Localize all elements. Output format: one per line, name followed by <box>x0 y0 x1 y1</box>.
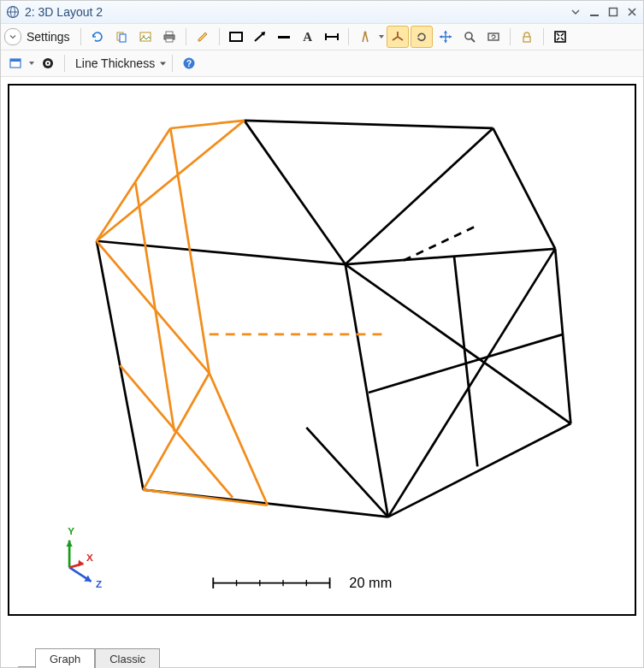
new-window-button[interactable] <box>4 52 27 74</box>
svg-rect-26 <box>555 32 565 42</box>
title-bar: 2: 3D Layout 2 <box>1 1 643 24</box>
refresh-button[interactable] <box>86 26 109 48</box>
svg-line-60 <box>97 121 245 241</box>
paste-image-button[interactable] <box>134 26 157 48</box>
svg-line-37 <box>97 241 346 264</box>
zoom-button[interactable] <box>458 26 481 48</box>
window-dropdown-icon[interactable] <box>28 61 35 66</box>
tab-classic[interactable]: Classic <box>95 648 160 668</box>
fullscreen-button[interactable] <box>549 26 571 48</box>
svg-rect-24 <box>488 33 499 40</box>
svg-rect-14 <box>278 36 290 38</box>
svg-rect-6 <box>120 34 126 42</box>
line-tool-button[interactable] <box>273 26 295 48</box>
svg-line-43 <box>388 423 571 517</box>
axis-triad-icon: Y X Z <box>66 525 102 590</box>
rectangle-tool-button[interactable] <box>225 26 247 48</box>
window-title: 2: 3D Layout 2 <box>25 5 570 19</box>
settings-label[interactable]: Settings <box>27 30 70 44</box>
plot-frame: Y X Z 20 mm <box>8 84 636 616</box>
line-thickness-dropdown-icon[interactable] <box>158 61 167 67</box>
svg-line-57 <box>143 490 267 505</box>
svg-line-35 <box>493 128 555 249</box>
target-button[interactable] <box>37 52 59 74</box>
svg-rect-4 <box>610 9 617 16</box>
svg-point-22 <box>465 33 472 39</box>
svg-line-39 <box>245 121 346 264</box>
svg-rect-9 <box>166 32 173 35</box>
arrow-tool-button[interactable] <box>249 26 271 48</box>
separator <box>543 28 544 45</box>
reset-view-button[interactable] <box>482 26 505 48</box>
window-buttons <box>570 6 638 18</box>
maximize-button[interactable] <box>607 6 619 18</box>
separator <box>172 55 173 72</box>
rotate-button[interactable] <box>411 26 433 48</box>
settings-expander-icon[interactable] <box>4 28 21 45</box>
separator <box>186 28 186 45</box>
compass-dropdown-icon[interactable] <box>378 34 385 39</box>
separator <box>219 28 220 45</box>
separator <box>64 55 65 72</box>
text-a-icon: A <box>303 30 312 44</box>
help-button[interactable]: ? <box>178 52 200 74</box>
svg-text:Z: Z <box>96 578 102 590</box>
viewport[interactable]: Y X Z 20 mm <box>1 77 643 645</box>
lock-button[interactable] <box>516 26 538 48</box>
svg-line-49 <box>97 241 144 490</box>
separator <box>80 28 81 45</box>
scale-bar: 20 mm <box>213 575 392 590</box>
svg-line-41 <box>346 264 388 517</box>
axes3d-button[interactable] <box>387 26 409 48</box>
toolbar-secondary: Line Thickness ? <box>1 50 643 77</box>
svg-line-34 <box>245 121 493 128</box>
svg-point-31 <box>47 62 49 64</box>
svg-rect-25 <box>523 37 530 42</box>
svg-text:Y: Y <box>68 525 74 537</box>
compass-button[interactable] <box>354 26 376 48</box>
pencil-button[interactable] <box>192 26 214 48</box>
close-button[interactable] <box>626 6 638 18</box>
app-globe-icon <box>6 5 20 19</box>
separator <box>510 28 511 45</box>
svg-line-45 <box>388 249 555 517</box>
svg-text:X: X <box>86 552 93 564</box>
svg-line-20 <box>398 37 403 40</box>
move-button[interactable] <box>434 26 457 48</box>
app-window: 2: 3D Layout 2 Settings <box>0 0 644 668</box>
svg-line-23 <box>471 38 475 42</box>
toolbar-primary: Settings A <box>1 24 643 50</box>
tab-bar: Graph Classic <box>1 645 643 667</box>
separator <box>348 28 349 45</box>
svg-line-51 <box>170 121 244 128</box>
tab-graph[interactable]: Graph <box>35 648 95 668</box>
svg-text:?: ? <box>186 59 192 68</box>
svg-point-18 <box>363 32 366 34</box>
dimension-tool-button[interactable] <box>321 26 343 48</box>
text-tool-button[interactable]: A <box>297 26 319 48</box>
svg-line-58 <box>210 373 268 505</box>
dropdown-button[interactable] <box>570 6 582 18</box>
svg-rect-11 <box>166 38 173 42</box>
minimize-button[interactable] <box>588 6 600 18</box>
line-thickness-label[interactable]: Line Thickness <box>75 56 155 70</box>
svg-text:20 mm: 20 mm <box>349 575 392 590</box>
svg-line-56 <box>135 183 174 432</box>
print-button[interactable] <box>158 26 180 48</box>
svg-line-40 <box>346 128 493 264</box>
layout-3d-drawing: Y X Z 20 mm <box>9 86 635 614</box>
svg-line-21 <box>393 37 398 40</box>
svg-line-52 <box>97 128 170 241</box>
tab-lead <box>18 647 35 667</box>
svg-rect-3 <box>590 15 599 16</box>
copy-button[interactable] <box>110 26 133 48</box>
svg-rect-28 <box>10 59 21 62</box>
svg-rect-12 <box>230 33 242 41</box>
svg-line-38 <box>346 249 555 264</box>
